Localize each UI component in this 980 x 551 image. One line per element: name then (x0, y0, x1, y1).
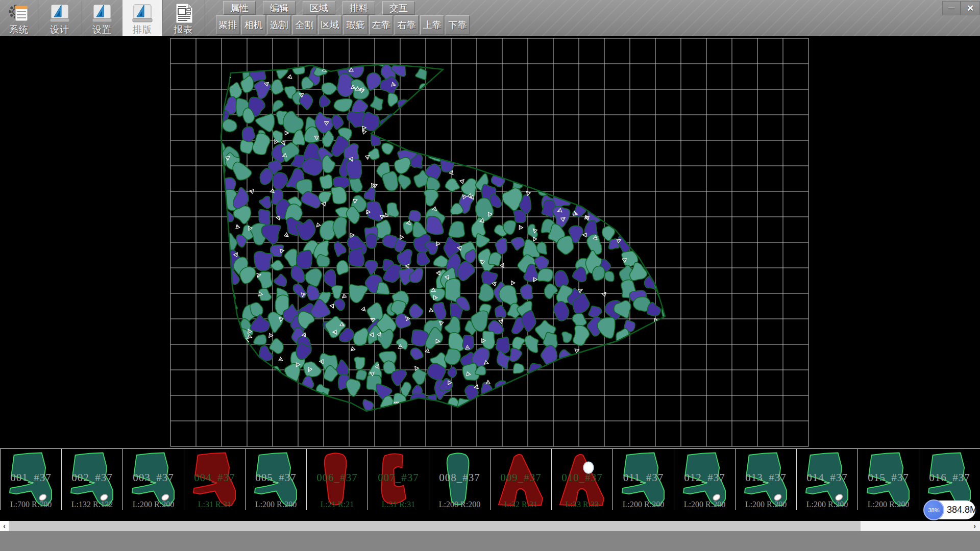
menu-item-1[interactable]: 编辑 (263, 1, 296, 15)
part-id-label: 008_#37 (429, 471, 490, 484)
tool-button-4[interactable]: 区域 (318, 15, 342, 35)
part-thumbnail-13[interactable]: 013_#37L:200 R:200 (736, 449, 797, 510)
menu-row-main: 属性编辑区域排料交互 (223, 1, 422, 15)
part-thumbnail-4[interactable]: 004_#37L:31 R:31 (184, 449, 246, 510)
part-lr-count: L:200 R:200 (613, 500, 674, 509)
nesting-canvas[interactable] (0, 36, 980, 448)
launcher-label: 排版 (122, 23, 162, 36)
menu-item-3[interactable]: 排料 (342, 1, 375, 15)
part-lr-count: L:31 R:31 (184, 500, 245, 509)
launcher-label: 设计 (38, 23, 82, 36)
part-id-label: 015_#37 (858, 471, 919, 484)
launcher-label: 设置 (82, 23, 122, 36)
memory-badge: 38% 384.8M (924, 500, 975, 519)
part-id-label: 012_#37 (674, 471, 735, 484)
part-id-label: 005_#37 (246, 471, 306, 484)
menu-row-tools: 聚排相机选割全割区域瑕疵左靠右靠上靠下靠 (216, 15, 471, 35)
part-thumbnail-7[interactable]: 007_#37L:31 R:31 (368, 449, 429, 510)
part-lr-count: L:21 R:21 (307, 500, 368, 509)
part-lr-count: L:200 R:200 (858, 500, 919, 509)
memory-value: 384.8M (947, 500, 977, 519)
tool-button-2[interactable]: 选割 (267, 15, 291, 35)
part-lr-count: L:32 R:31 (491, 500, 551, 509)
part-thumbnail-6[interactable]: 006_#37L:21 R:21 (307, 449, 368, 510)
launcher-label: 报表 (162, 23, 205, 36)
part-lr-count: L:200 R:200 (674, 500, 735, 509)
launcher-settings-button[interactable]: 设置 (82, 0, 123, 36)
part-id-label: 002_#37 (62, 471, 122, 484)
launcher-design-button[interactable]: 设计 (38, 0, 82, 36)
nested-pieces (200, 42, 685, 434)
top-toolbar: 系统设计设置排版报表 属性编辑区域排料交互 聚排相机选割全割区域瑕疵左靠右靠上靠… (0, 0, 980, 37)
part-id-label: 004_#37 (184, 471, 245, 484)
scrollbar-thumb[interactable] (9, 521, 861, 531)
tool-button-0[interactable]: 聚排 (216, 15, 240, 35)
part-thumbnail-1[interactable]: 001_#37L:700 R:700 (0, 449, 62, 510)
part-thumbnail-10[interactable]: 010_#37L:33 R:33 (552, 449, 613, 510)
part-id-label: 006_#37 (307, 471, 368, 484)
close-button[interactable]: ✕ (961, 1, 980, 15)
launcher-layout-button[interactable]: 排版 (122, 0, 163, 36)
part-lr-count: L:132 R:132 (62, 500, 122, 509)
progress-circle: 38% (923, 499, 944, 520)
tool-button-3[interactable]: 全割 (292, 15, 316, 35)
tool-button-1[interactable]: 相机 (241, 15, 265, 35)
part-id-label: 003_#37 (123, 471, 184, 484)
part-id-label: 013_#37 (736, 471, 796, 484)
horizontal-scrollbar[interactable]: ‹ › (0, 521, 980, 531)
progress-percent: 38% (928, 507, 939, 513)
part-id-label: 007_#37 (368, 471, 429, 484)
part-lr-count: L:200 R:200 (736, 500, 796, 509)
part-thumbnail-5[interactable]: 005_#37L:200 R:200 (246, 449, 307, 510)
scroll-left-icon[interactable]: ‹ (0, 521, 9, 531)
menu-item-0[interactable]: 属性 (223, 1, 256, 15)
part-lr-count: L:200 R:200 (797, 500, 857, 509)
part-id-label: 009_#37 (491, 471, 551, 484)
part-id-label: 011_#37 (613, 471, 674, 484)
part-id-label: 016_#37 (919, 471, 980, 484)
part-id-label: 010_#37 (552, 471, 612, 484)
part-thumbnail-11[interactable]: 011_#37L:200 R:200 (613, 449, 674, 510)
part-id-label: 001_#37 (1, 471, 61, 484)
part-thumbnail-14[interactable]: 014_#37L:200 R:200 (797, 449, 858, 510)
parts-cells: 001_#37L:700 R:700002_#37L:132 R:132003_… (0, 448, 980, 511)
part-thumbnail-12[interactable]: 012_#37L:200 R:200 (674, 449, 736, 510)
part-lr-count: L:33 R:33 (552, 500, 612, 509)
nesting-drawing (0, 36, 980, 448)
launcher-label: 系统 (0, 23, 38, 36)
tool-button-6[interactable]: 左靠 (369, 15, 393, 35)
tool-button-9[interactable]: 下靠 (446, 15, 470, 35)
scroll-right-icon[interactable]: › (970, 521, 979, 531)
tool-button-8[interactable]: 上靠 (420, 15, 444, 35)
minimize-button[interactable]: ─ (942, 1, 961, 15)
part-id-label: 014_#37 (797, 471, 857, 484)
part-lr-count: L:200 R:200 (429, 500, 490, 509)
part-lr-count: L:200 R:200 (123, 500, 184, 509)
part-thumbnail-3[interactable]: 003_#37L:200 R:200 (123, 449, 184, 510)
part-lr-count: L:700 R:700 (1, 500, 61, 509)
part-thumbnail-2[interactable]: 002_#37L:132 R:132 (62, 449, 123, 510)
launcher-system-button[interactable]: 系统 (0, 0, 38, 36)
menu-item-4[interactable]: 交互 (382, 1, 415, 15)
tool-button-5[interactable]: 瑕疵 (344, 15, 368, 35)
parts-strip: 001_#37L:700 R:700002_#37L:132 R:132003_… (0, 448, 980, 521)
tool-button-7[interactable]: 右靠 (395, 15, 419, 35)
part-thumbnail-15[interactable]: 015_#37L:200 R:200 (858, 449, 919, 510)
launcher-report-button[interactable]: 报表 (162, 0, 205, 36)
menu-item-2[interactable]: 区域 (303, 1, 335, 15)
part-thumbnail-8[interactable]: 008_#37L:200 R:200 (429, 449, 491, 510)
part-lr-count: L:200 R:200 (246, 500, 306, 509)
window-bottom-frame (0, 531, 980, 551)
part-thumbnail-9[interactable]: 009_#37L:32 R:31 (491, 449, 552, 510)
part-lr-count: L:31 R:31 (368, 500, 429, 509)
